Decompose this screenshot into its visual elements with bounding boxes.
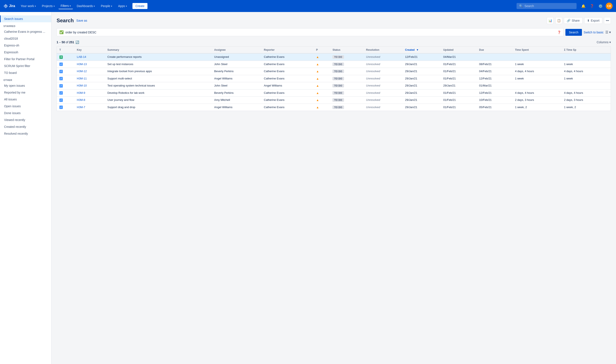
help-button[interactable]: ❓ <box>589 2 595 9</box>
issue-summary[interactable]: User journey and flow <box>107 98 134 102</box>
nav-projects[interactable]: Projects ▾ <box>40 3 57 9</box>
sidebar-item-all-issues[interactable]: All issues <box>0 96 51 103</box>
table-row[interactable]: ✓ H3M-9 Develop Robotics for lab work Be… <box>57 89 611 97</box>
issue-summary[interactable]: Create performance reports <box>107 55 142 58</box>
nav-your-work[interactable]: Your work ▾ <box>18 3 38 9</box>
sidebar-item-reported-by-me[interactable]: Reported by me <box>0 89 51 96</box>
more-options-button[interactable]: ••• <box>604 17 611 24</box>
sidebar-item-starred-6[interactable]: TO board <box>0 69 51 76</box>
col-reporter[interactable]: Reporter <box>261 47 314 53</box>
issue-key-link[interactable]: H3M-11 <box>77 77 87 80</box>
issue-key-link[interactable]: H3M-8 <box>77 98 85 102</box>
sidebar-item-starred-2[interactable]: Espress-oh <box>0 42 51 49</box>
sidebar-item-created-recently[interactable]: Created recently <box>0 123 51 130</box>
issue-summary[interactable]: Test operating system technical issues <box>107 84 155 87</box>
priority-high-icon: ▲ <box>316 98 319 102</box>
col-time-spent[interactable]: Time Spent <box>512 47 561 53</box>
cell-resolution: Unresolved <box>364 97 402 104</box>
settings-button[interactable]: ⚙️ <box>597 2 604 9</box>
view-toggle-button[interactable]: ☰ ▾ <box>605 30 611 34</box>
priority-high-icon: ▲ <box>316 105 319 109</box>
col-resolution[interactable]: Resolution <box>364 47 402 53</box>
jira-logo[interactable]: Jira <box>3 4 15 8</box>
cell-resolution: Unresolved <box>364 75 402 82</box>
issue-summary[interactable]: Support multi-select <box>107 77 132 80</box>
switch-to-basic-link[interactable]: Switch to basic <box>584 31 603 34</box>
issue-summary[interactable]: Support drag and drop <box>107 105 135 109</box>
col-assignee[interactable]: Assignee <box>212 47 261 53</box>
col-sum-time[interactable]: Σ Time Sp <box>561 47 611 53</box>
issue-key-link[interactable]: LAB-14 <box>77 55 86 58</box>
notifications-button[interactable]: 🔔 <box>580 2 587 9</box>
issue-summary[interactable]: Integrate toolset from previous apps <box>107 70 152 73</box>
cell-created: 29/Jan/21 <box>402 75 441 82</box>
excel-export-button[interactable]: 📊 <box>547 17 554 24</box>
jql-input[interactable] <box>65 31 556 34</box>
create-button[interactable]: Create <box>133 3 148 9</box>
col-key[interactable]: Key <box>74 47 105 53</box>
issue-summary[interactable]: Develop Robotics for lab work <box>107 91 144 94</box>
export-button[interactable]: ⬆ Export <box>584 17 602 24</box>
col-summary[interactable]: Summary <box>105 47 212 53</box>
issue-key-link[interactable]: H3M-7 <box>77 105 85 109</box>
table-row[interactable]: ✓ H3M-8 User journey and flow Amy Mitche… <box>57 97 611 104</box>
sidebar-item-my-open-issues[interactable]: My open issues <box>0 82 51 89</box>
jql-help-icon[interactable]: ❓ <box>557 31 561 34</box>
col-due[interactable]: Due <box>477 47 512 53</box>
sidebar-item-starred-0[interactable]: Catherine Evans in progress ... <box>0 28 51 35</box>
cell-resolution: Unresolved <box>364 104 402 111</box>
nav-people[interactable]: People ▾ <box>99 3 114 9</box>
issues-table: T Key Summary Assignee Reporter P Status… <box>56 46 611 111</box>
cell-priority: ▲ <box>314 75 330 82</box>
search-button[interactable]: Search <box>565 29 582 36</box>
sidebar-item-starred-5[interactable]: SCRUM Sprint filter <box>0 63 51 69</box>
columns-button[interactable]: Columns ▾ <box>597 40 611 44</box>
status-badge: TO DO <box>332 55 344 59</box>
sidebar-item-starred-1[interactable]: cloud2018 <box>0 35 51 42</box>
sidebar-item-search-issues[interactable]: Search issues <box>0 15 51 22</box>
issue-key-link[interactable]: H3M-13 <box>77 63 87 66</box>
sidebar-item-starred-3[interactable]: Espressoh <box>0 49 51 56</box>
table-row[interactable]: ✓ H3M-11 Support multi-select Angel Will… <box>57 75 611 82</box>
global-search-bar[interactable]: 🔍 <box>517 3 576 9</box>
cell-created: 29/Jan/21 <box>402 104 441 111</box>
share-button[interactable]: 🔗 Share <box>564 17 582 24</box>
sidebar-item-starred-4[interactable]: Filter for Partner Portal <box>0 56 51 63</box>
nav-apps[interactable]: Apps ▾ <box>116 3 129 9</box>
nav-dashboards[interactable]: Dashboards ▾ <box>75 3 97 9</box>
col-status[interactable]: Status <box>330 47 363 53</box>
sidebar-item-viewed-recently[interactable]: Viewed recently <box>0 117 51 123</box>
sidebar-item-open-issues[interactable]: Open issues <box>0 103 51 110</box>
sidebar-item-done-issues[interactable]: Done issues <box>0 110 51 117</box>
issue-summary[interactable]: Set up test instances <box>107 63 133 66</box>
save-as-button[interactable]: Save as <box>76 19 87 22</box>
table-row[interactable]: ✓ H3M-12 Integrate toolset from previous… <box>57 68 611 75</box>
table-row[interactable]: ✓ H3M-7 Support drag and drop Angel Will… <box>57 104 611 111</box>
sheets-export-button[interactable]: 📋 <box>555 17 562 24</box>
cell-reporter: Catherine Evans <box>261 104 314 111</box>
issue-key-link[interactable]: H3M-10 <box>77 84 87 87</box>
issue-key-link[interactable]: H3M-12 <box>77 70 87 73</box>
col-type[interactable]: T <box>57 47 74 53</box>
sidebar-item-resolved-recently[interactable]: Resolved recently <box>0 130 51 137</box>
topnav-icons: 🔔 ❓ ⚙️ CE <box>580 2 613 9</box>
refresh-button[interactable]: 🔄 <box>75 40 79 44</box>
col-priority[interactable]: P <box>314 47 330 53</box>
cell-created: 29/Jan/21 <box>402 89 441 97</box>
cell-updated: 01/Feb/21 <box>441 68 477 75</box>
global-search-input[interactable] <box>524 4 574 8</box>
col-created[interactable]: Created ▼ <box>402 47 441 53</box>
status-badge: TO DO <box>332 105 344 109</box>
col-updated[interactable]: Updated <box>441 47 477 53</box>
cell-status: TO DO <box>330 75 363 82</box>
table-row[interactable]: ✦ LAB-14 Create performance reports Unas… <box>57 53 611 61</box>
nav-filters[interactable]: Filters ▾ <box>58 3 73 9</box>
user-avatar[interactable]: CE <box>606 2 613 9</box>
cell-priority: ▲ <box>314 104 330 111</box>
table-row[interactable]: ✓ H3M-10 Test operating system technical… <box>57 82 611 90</box>
cell-updated: 29/Jan/21 <box>441 82 477 90</box>
cell-updated: 01/Feb/21 <box>441 75 477 82</box>
table-row[interactable]: ✓ H3M-13 Set up test instances John Stee… <box>57 61 611 68</box>
svg-point-0 <box>5 6 6 7</box>
issue-key-link[interactable]: H3M-9 <box>77 91 85 94</box>
